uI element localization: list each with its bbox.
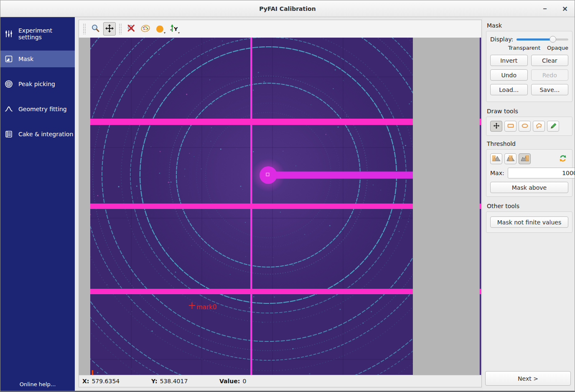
status-y-label: Y: bbox=[151, 378, 158, 384]
pan-mode-button[interactable] bbox=[103, 22, 116, 36]
transparent-label: Transparent bbox=[508, 45, 540, 51]
mask-between-threshold-button[interactable] bbox=[504, 153, 516, 164]
unzoom-icon bbox=[127, 24, 136, 34]
peak-marker-label: mark0 bbox=[196, 303, 216, 311]
zoom-mode-button[interactable] bbox=[89, 22, 102, 36]
mask-horizontal-bar-2 bbox=[90, 204, 413, 209]
ellipse-icon bbox=[521, 122, 529, 130]
clear-button[interactable]: Clear bbox=[531, 55, 569, 66]
histogram-mask-left-icon bbox=[492, 155, 501, 163]
minimize-button[interactable]: – bbox=[539, 3, 550, 14]
orange-circle-icon bbox=[156, 25, 163, 33]
sidebar-item-label: Experiment settings bbox=[18, 27, 75, 41]
sliver-mask-tick bbox=[480, 289, 481, 294]
status-value-label: Value: bbox=[219, 378, 240, 384]
redo-button[interactable]: Redo bbox=[531, 69, 569, 81]
draw-rectangle-tool-button[interactable] bbox=[504, 121, 516, 132]
other-tools-groupbox: Mask not finite values bbox=[486, 211, 572, 233]
diffraction-image-canvas[interactable]: mark0 bbox=[79, 38, 481, 375]
histogram-mask-middle-icon bbox=[506, 155, 515, 163]
display-slider-handle[interactable] bbox=[550, 36, 556, 43]
y-axis-icon: Y bbox=[169, 24, 179, 34]
window-title: PyFAI Calibration bbox=[259, 5, 315, 12]
y-axis-orientation-button[interactable]: Y ▾ bbox=[168, 22, 180, 36]
polygon-icon bbox=[535, 122, 543, 130]
pan-arrows-icon bbox=[493, 122, 500, 130]
dropdown-caret-icon: ▾ bbox=[178, 31, 180, 35]
sidebar-item-mask[interactable]: Mask bbox=[0, 51, 75, 67]
rectangle-icon bbox=[507, 122, 514, 130]
mask-color-button[interactable]: ▾ bbox=[153, 22, 166, 36]
mask-groupbox: Display: Transparent Opaque Invert Clear… bbox=[486, 31, 572, 102]
mask-horizontal-bar-1 bbox=[90, 119, 413, 125]
refresh-icon bbox=[559, 155, 567, 163]
draw-pan-tool-button[interactable] bbox=[490, 121, 502, 132]
display-opacity-slider[interactable] bbox=[516, 36, 568, 43]
status-x-value: 579.6354 bbox=[92, 378, 120, 384]
palette-icon bbox=[140, 24, 150, 34]
sliver-mask-tick bbox=[480, 119, 481, 125]
histogram-mask-right-icon bbox=[521, 155, 529, 163]
mask-not-finite-button[interactable]: Mask not finite values bbox=[490, 216, 568, 228]
mask-above-button[interactable]: Mask above bbox=[490, 182, 568, 193]
cake-integration-icon bbox=[5, 130, 13, 138]
undo-button[interactable]: Undo bbox=[490, 69, 528, 81]
sidebar-item-geometry-fitting[interactable]: Geometry fitting bbox=[0, 101, 75, 117]
sidebar-item-label: Cake & integration bbox=[18, 131, 73, 137]
draw-tools-groupbox bbox=[486, 117, 572, 136]
max-label: Max: bbox=[490, 170, 504, 176]
pencil-icon bbox=[550, 122, 557, 130]
toolbar-drag-handle[interactable] bbox=[119, 23, 122, 34]
mask-icon bbox=[5, 55, 13, 63]
sidebar-item-peak-picking[interactable]: Peak picking bbox=[0, 76, 75, 92]
invert-button[interactable]: Invert bbox=[490, 55, 528, 66]
unzoom-button[interactable] bbox=[125, 22, 137, 36]
sidebar-item-label: Mask bbox=[18, 56, 33, 62]
status-value-value: 0 bbox=[242, 378, 246, 384]
mask-section-title: Mask bbox=[486, 22, 572, 29]
save-button[interactable]: Save... bbox=[531, 84, 569, 95]
sliders-icon bbox=[5, 30, 13, 38]
beamstop-circle bbox=[260, 166, 277, 184]
detector-image: mark0 bbox=[90, 38, 413, 375]
opaque-label: Opaque bbox=[547, 45, 568, 51]
draw-polygon-tool-button[interactable] bbox=[533, 121, 545, 132]
mask-horizontal-bar-3 bbox=[90, 289, 413, 294]
dropdown-caret-icon: ▾ bbox=[164, 31, 165, 35]
plot-statusbar: X: 579.6354 Y: 538.4017 Value: 0 bbox=[79, 375, 481, 387]
load-button[interactable]: Load... bbox=[490, 84, 528, 95]
draw-tools-section-title: Draw tools bbox=[486, 108, 572, 115]
threshold-groupbox: Max: Mask above bbox=[486, 149, 572, 197]
sidebar-item-experiment-settings[interactable]: Experiment settings bbox=[0, 25, 75, 42]
svg-text:Y: Y bbox=[173, 26, 178, 32]
peak-curve-icon bbox=[5, 105, 13, 113]
toolbar-drag-handle[interactable] bbox=[83, 23, 86, 34]
display-slider-fill bbox=[516, 38, 553, 41]
sidebar-item-cake-integration[interactable]: Cake & integration bbox=[0, 126, 75, 143]
pyfai-calibration-window: PyFAI Calibration – ✕ Experiment setting… bbox=[0, 0, 575, 392]
image-edge-sliver bbox=[480, 38, 481, 375]
status-x-label: X: bbox=[82, 378, 89, 384]
other-tools-section-title: Other tools bbox=[486, 203, 572, 209]
threshold-section-title: Threshold bbox=[486, 140, 572, 147]
close-button[interactable]: ✕ bbox=[560, 3, 570, 14]
online-help-link[interactable]: Online help... bbox=[0, 381, 75, 387]
display-label: Display: bbox=[490, 36, 513, 43]
mask-below-threshold-button[interactable] bbox=[490, 153, 502, 164]
next-button[interactable]: Next > bbox=[485, 371, 571, 386]
window-controls: – ✕ bbox=[539, 0, 570, 17]
titlebar: PyFAI Calibration – ✕ bbox=[0, 0, 575, 17]
colormap-button[interactable] bbox=[139, 22, 152, 36]
mask-above-threshold-button[interactable] bbox=[519, 153, 531, 164]
max-threshold-input[interactable] bbox=[508, 168, 575, 178]
sidebar-item-label: Geometry fitting bbox=[18, 106, 67, 112]
sidebar: Experiment settings Mask Peak picking bbox=[0, 17, 75, 391]
draw-ellipse-tool-button[interactable] bbox=[519, 121, 531, 132]
pan-arrows-icon bbox=[105, 24, 114, 34]
refresh-threshold-button[interactable] bbox=[557, 153, 568, 164]
plot-panel: ▾ Y ▾ bbox=[79, 20, 482, 387]
status-y-value: 538.4017 bbox=[160, 378, 188, 384]
magnifier-icon bbox=[91, 24, 100, 34]
draw-pencil-tool-button[interactable] bbox=[547, 121, 559, 132]
sliver-mask-tick bbox=[480, 204, 481, 209]
